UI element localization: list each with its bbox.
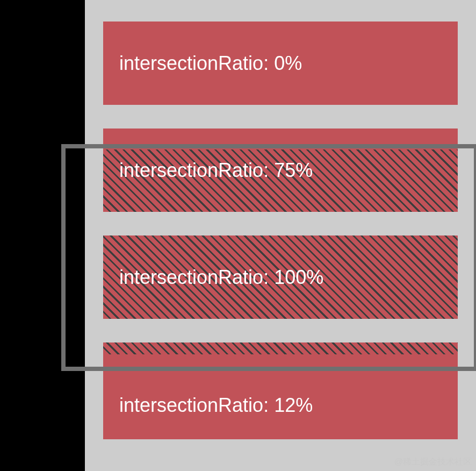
observed-box-75: intersectionRatio: 75% [103,129,458,212]
scroll-container: intersectionRatio: 0% intersectionRatio:… [85,0,476,471]
watermark-text: @稀土掘金技术社区 [394,456,472,468]
observed-box-12: intersectionRatio: 12% [103,342,458,439]
intersection-overlay-12 [103,342,458,354]
box-label-0: intersectionRatio: 0% [119,52,302,75]
observed-box-0: intersectionRatio: 0% [103,22,458,105]
box-label-100: intersectionRatio: 100% [119,266,323,289]
box-label-75: intersectionRatio: 75% [119,159,313,182]
box-label-12: intersectionRatio: 12% [119,394,313,417]
observed-box-100: intersectionRatio: 100% [103,236,458,319]
